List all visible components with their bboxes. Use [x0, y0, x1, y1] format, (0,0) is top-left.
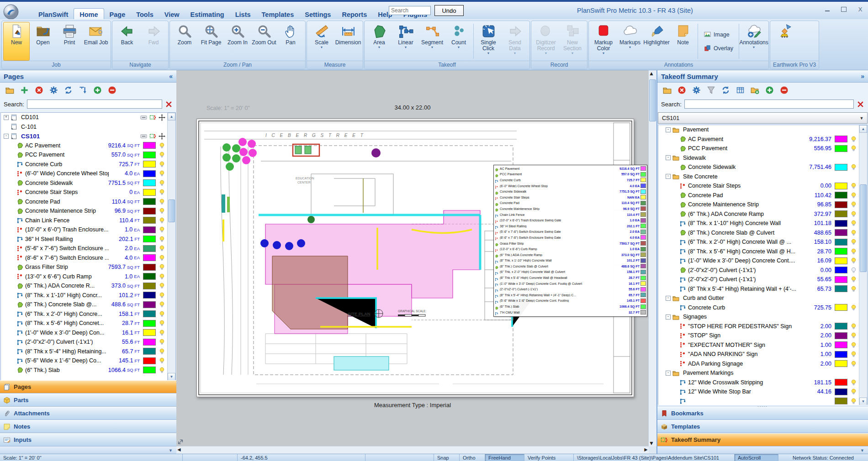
ribbon-button-note[interactable]: Note — [670, 22, 696, 61]
visibility-bulb-icon[interactable] — [159, 161, 165, 168]
item-color-swatch[interactable] — [835, 210, 847, 217]
item-color-swatch[interactable] — [143, 179, 156, 186]
visibility-bulb-icon[interactable] — [850, 229, 857, 236]
takeoff-group-row-curb-and-gutter[interactable]: -Curb and Gutter — [658, 293, 867, 303]
item-color-swatch[interactable] — [835, 248, 847, 255]
takeoff-group-row-pavement-markings[interactable]: -Pavement Markings — [658, 368, 867, 378]
item-color-swatch[interactable] — [143, 273, 156, 280]
resize-handle-icon[interactable] — [177, 439, 184, 445]
item-color-swatch[interactable] — [143, 170, 156, 177]
planswift-logo-icon[interactable] — [3, 4, 19, 20]
pages-item-row[interactable]: 36" H Steel Railing202.1FT — [1, 235, 175, 244]
pluscircle-icon[interactable] — [93, 86, 102, 94]
visibility-bulb-icon[interactable] — [159, 226, 165, 233]
add-icon[interactable] — [20, 86, 29, 94]
pages-item-row[interactable]: (5'-6" x 7'-6") Switch Enclosure ...2.0E… — [1, 244, 175, 253]
takeoff-item-row[interactable]: Concrete Sidewalk7,751.46 — [658, 162, 867, 172]
canvas-horizontal-scrollbar[interactable]: ◄ ► — [176, 446, 649, 454]
visibility-bulb-icon[interactable] — [159, 263, 165, 271]
status-toggle-verify-points[interactable]: Verify Points — [524, 454, 574, 461]
takeoff-item-row[interactable]: (1'-0" Wide x 3'-0" Deep) Concrete Cont.… — [658, 256, 867, 266]
sort-icon[interactable] — [79, 86, 87, 94]
ribbon-button-zoom-in[interactable]: Zoom In — [224, 22, 251, 61]
ribbon-button-area[interactable]: Area▼ — [366, 22, 392, 61]
takeoff-item-row[interactable]: Concrete Curb725.75 — [658, 303, 867, 313]
scroll-up-icon[interactable]: ▲ — [649, 70, 654, 77]
table-icon[interactable] — [736, 86, 745, 94]
pages-item-row[interactable]: (8" Thk. x 1'-10" High) Concr...101.2FT — [1, 291, 175, 300]
item-color-swatch[interactable] — [143, 226, 156, 233]
item-color-swatch[interactable] — [835, 379, 847, 386]
visibility-bulb-icon[interactable] — [159, 338, 165, 346]
item-color-swatch[interactable] — [143, 301, 156, 308]
visibility-bulb-icon[interactable] — [159, 236, 165, 243]
drawing-canvas[interactable]: Scale: 1" = 20' 0" 34.00 x 22.00 I C E B… — [176, 70, 656, 454]
item-color-swatch[interactable] — [143, 348, 156, 355]
visibility-bulb-icon[interactable] — [159, 142, 165, 149]
pages-item-row[interactable]: Concrete Maintenence Strip96.9SQ FT — [1, 206, 175, 216]
takeoff-item-row[interactable]: (8" Thk x 5'-4" Hihg) Retaining Wall + (… — [658, 284, 867, 294]
visibility-bulb-icon[interactable] — [850, 276, 857, 283]
visibility-bulb-icon[interactable] — [159, 198, 165, 205]
dock-page-icon[interactable] — [140, 114, 147, 121]
visibility-bulb-icon[interactable] — [850, 163, 857, 171]
visibility-bulb-icon[interactable] — [850, 257, 857, 264]
takeoff-item-row[interactable]: (2'-0"x2'-0") Culvert (-1'x1')55.65 — [658, 275, 867, 284]
item-color-swatch[interactable] — [143, 254, 156, 261]
ribbon-button-linear[interactable]: Linear▼ — [392, 22, 419, 61]
visibility-bulb-icon[interactable] — [159, 310, 165, 318]
item-color-swatch[interactable] — [143, 357, 156, 364]
item-color-swatch[interactable] — [835, 341, 847, 348]
item-color-swatch[interactable] — [835, 323, 847, 330]
item-color-swatch[interactable] — [835, 304, 847, 311]
scroll-up-icon[interactable]: ▲ — [168, 113, 175, 120]
item-color-swatch[interactable] — [143, 320, 156, 327]
page-selector-dropdown[interactable]: CS101 ▼ — [658, 112, 868, 124]
visibility-bulb-icon[interactable] — [850, 201, 857, 208]
visibility-bulb-icon[interactable] — [159, 189, 165, 196]
item-color-swatch[interactable] — [143, 236, 156, 242]
pages-item-row[interactable]: Concrete Stair Steps0EA — [1, 188, 175, 197]
status-toggle-freehand[interactable]: FreeHand — [485, 454, 524, 461]
nav-button-templates[interactable]: Templates — [657, 420, 868, 433]
takeoff-item-row[interactable]: (6" Thk.) ADA Concrete Ramp372.97 — [658, 210, 867, 219]
visibility-bulb-icon[interactable] — [850, 248, 857, 255]
ribbon-button-segment[interactable]: Segment▼ — [419, 22, 445, 61]
takeoff-item-row[interactable]: "EXPECTANT MOTHER" Sign1.00 — [658, 341, 867, 350]
visibility-bulb-icon[interactable] — [850, 145, 857, 152]
ribbon-button-fit-page[interactable]: Fit Page — [198, 22, 224, 61]
visibility-bulb-icon[interactable] — [850, 136, 857, 143]
takeoff-items-icon[interactable] — [149, 114, 156, 121]
ribbon-button-markup-color[interactable]: Markup Color▼ — [590, 22, 617, 61]
ribbon-button-fwd[interactable]: Fwd — [140, 22, 167, 61]
gear-icon[interactable] — [692, 86, 701, 94]
visibility-bulb-icon[interactable] — [850, 388, 857, 395]
visibility-bulb-icon[interactable] — [159, 273, 165, 280]
visibility-bulb-icon[interactable] — [850, 210, 857, 218]
page-row-cs101[interactable]: -CS101 — [1, 131, 175, 141]
expander-icon[interactable]: - — [666, 371, 671, 376]
takeoff-item-row[interactable]: (8" Thk. x 5'-6" High) Concrete Wall @ H… — [658, 247, 867, 257]
nav-button-takeoff-summary[interactable]: Takeoff Summary — [657, 433, 868, 446]
clear-search-icon[interactable] — [165, 100, 173, 108]
ribbon-button-highlighter[interactable]: Highlighter — [643, 22, 670, 61]
expander-icon[interactable]: - — [4, 134, 9, 139]
expander-icon[interactable]: - — [666, 174, 671, 179]
visibility-bulb-icon[interactable] — [850, 398, 857, 405]
visibility-bulb-icon[interactable] — [850, 304, 857, 311]
takeoff-items-icon[interactable] — [149, 133, 156, 140]
item-color-swatch[interactable] — [143, 329, 156, 336]
item-color-swatch[interactable] — [143, 339, 156, 346]
item-color-swatch[interactable] — [835, 136, 847, 142]
item-color-swatch[interactable] — [143, 310, 156, 317]
item-color-swatch[interactable] — [835, 183, 847, 189]
ribbon-button-send-data[interactable]: Send Data▼ — [502, 22, 528, 61]
takeoff-item-row[interactable]: (8" Thk. x 1'-10" High) Concrete Wall101… — [658, 219, 867, 228]
ribbon-button-back[interactable]: Back — [114, 22, 140, 61]
ribbon-button-single-click[interactable]: Single Click▼ — [475, 22, 502, 61]
ribbon-button-count[interactable]: Count▼ — [445, 22, 472, 61]
pages-tree-scrollbar[interactable]: ▲ ▼ — [167, 113, 175, 381]
visibility-bulb-icon[interactable] — [850, 360, 857, 367]
visibility-bulb-icon[interactable] — [159, 348, 165, 355]
item-color-swatch[interactable] — [835, 351, 847, 358]
